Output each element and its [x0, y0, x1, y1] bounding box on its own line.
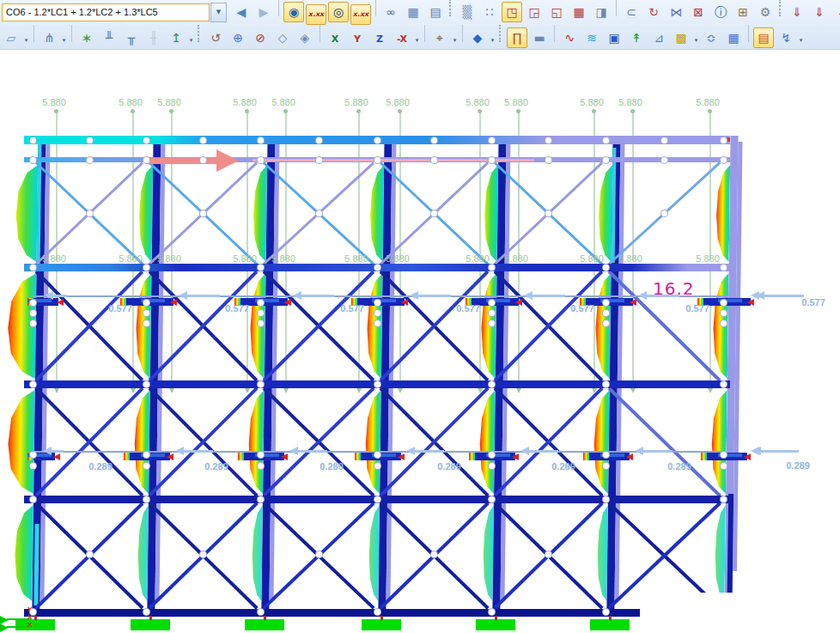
select-objects-icon[interactable]: ⊂: [621, 2, 642, 22]
display-numbering-icon[interactable]: ▤: [425, 2, 446, 22]
load-combination-combobox[interactable]: CO6 - 1.2*LC1 + 1.2*LC2 + 1.3*LC5 ▼: [2, 3, 227, 21]
result-tables-icon[interactable]: ▦: [723, 27, 744, 48]
combobox-dropdown-button[interactable]: ▼: [210, 3, 227, 22]
connect-members-icon[interactable]: ⋔: [39, 27, 59, 48]
grid-snap-icon[interactable]: ∷: [479, 2, 500, 22]
force-arrow-shaft: [184, 450, 213, 453]
rendering-mode-icon[interactable]: ◆: [467, 27, 488, 48]
node-dot: [489, 452, 495, 458]
node-dot: [30, 609, 36, 615]
orbit-view-icon[interactable]: ↺: [205, 27, 226, 48]
member-result-diagram-icon[interactable]: ∏: [507, 27, 527, 48]
toolbar-row-1: CO6 - 1.2*LC1 + 1.2*LC2 + 1.3*LC5 ▼ ◀▶◉x…: [0, 0, 840, 25]
results-on-surfaces-icon[interactable]: ≋: [581, 27, 602, 48]
select-nodes-icon[interactable]: ⊠: [688, 2, 709, 22]
dropdown-arrow-icon[interactable]: ▾: [692, 31, 700, 50]
force-arrow-shaft: [301, 295, 334, 297]
solid-display-icon[interactable]: ◈: [295, 27, 315, 48]
node-dot: [489, 137, 495, 143]
result-beam-icon[interactable]: ≎: [701, 27, 721, 48]
display-settings-icon[interactable]: ⊞: [733, 2, 753, 22]
transfer-loads-icon[interactable]: ↓: [831, 2, 840, 22]
toolbar-separator: [748, 25, 749, 42]
view-filter-glasses-icon[interactable]: ∞: [380, 2, 401, 22]
control-panel-icon[interactable]: ▤: [753, 27, 774, 48]
view-y-icon[interactable]: Y: [347, 28, 368, 49]
stress-contour-band: [247, 390, 265, 494]
support-reactions-icon[interactable]: ↟: [626, 27, 647, 48]
support-pad: [15, 619, 55, 630]
load-combination-field[interactable]: CO6 - 1.2*LC1 + 1.2*LC2 + 1.3*LC5: [2, 3, 210, 21]
options-icon[interactable]: ⚙: [755, 2, 776, 22]
new-member-icon[interactable]: ▱: [1, 27, 21, 48]
node-dot: [374, 463, 380, 469]
stub-contour: [355, 453, 361, 460]
clipping-plane-icon[interactable]: ◲: [524, 2, 545, 22]
load-generation-wizard-icon[interactable]: ↯: [776, 27, 796, 48]
model-info-icon[interactable]: ⓘ: [710, 3, 731, 23]
load-line: [285, 267, 287, 386]
node-dot: [661, 157, 667, 163]
adjust-view-icon[interactable]: ◨: [591, 2, 612, 22]
node-dot: [545, 157, 551, 163]
isometric-view-icon[interactable]: ⌖: [429, 27, 450, 48]
member-hinge-both-icon[interactable]: ╥: [121, 27, 142, 48]
insert-node-icon[interactable]: ∗: [76, 27, 97, 48]
show-result-values-icon[interactable]: x.xx: [306, 4, 326, 25]
node-dot: [316, 137, 322, 143]
node-dot: [603, 310, 609, 316]
dropdown-arrow-icon[interactable]: ▾: [22, 31, 30, 50]
zoom-out-icon[interactable]: ⊘: [250, 27, 271, 48]
export-load-cases-icon[interactable]: ⇓: [809, 2, 830, 22]
work-plane-icon[interactable]: ▒: [457, 2, 478, 22]
partial-view-icon[interactable]: ▦: [569, 2, 589, 22]
wireframe-display-icon[interactable]: ◇: [272, 27, 293, 48]
results-on-solids-icon[interactable]: ▣: [604, 27, 624, 48]
member-eccentricity-icon[interactable]: ↥: [166, 27, 186, 48]
zoom-window-icon-glyph: ⊕: [233, 31, 243, 45]
model-canvas[interactable]: ×××5.8805.8805.8805.8805.8805.8805.8805.…: [0, 0, 840, 633]
clipping-section-icon[interactable]: ◱: [546, 2, 567, 22]
deformed-columns-layer: [0, 0, 840, 633]
member-hinge-end-icon[interactable]: ╫: [143, 27, 164, 48]
rotate-view-icon[interactable]: ↻: [643, 2, 664, 22]
show-deformation-icon[interactable]: ◎: [328, 2, 349, 22]
view-z-icon[interactable]: Z: [369, 28, 390, 49]
load-value-label: 5.880: [575, 253, 609, 264]
zoom-window-icon[interactable]: ⊕: [228, 27, 248, 48]
show-max-values-icon[interactable]: x.xx: [350, 4, 371, 25]
result-panels-icon-glyph: ▩: [675, 31, 686, 45]
show-results-icon[interactable]: ◉: [283, 2, 304, 22]
result-panels-icon[interactable]: ▩: [671, 27, 691, 48]
load-value-label: 5.880: [152, 97, 186, 107]
isometric-view-icon-glyph: ⌖: [436, 31, 443, 46]
dropdown-arrow-icon[interactable]: ▾: [489, 31, 496, 50]
dropdown-arrow-icon[interactable]: ▾: [60, 31, 68, 50]
mirror-model-icon[interactable]: ⋈: [666, 2, 686, 22]
render-results-icon[interactable]: ▬: [529, 27, 550, 48]
dropdown-arrow-icon[interactable]: ▾: [797, 31, 805, 50]
import-load-cases-icon[interactable]: ⇓: [787, 2, 807, 22]
load-combination-value: CO6 - 1.2*LC1 + 1.2*LC2 + 1.3*LC5: [6, 7, 158, 17]
results-on-members-icon[interactable]: ∿: [559, 27, 580, 48]
node-dot: [489, 300, 495, 306]
load-value-label: 5.880: [228, 97, 262, 107]
smooth-results-icon[interactable]: ⊿: [648, 27, 669, 48]
red-tip-icon: [398, 453, 405, 460]
force-arrow-head: [293, 291, 301, 300]
show-result-values-icon-glyph: x.xx: [308, 10, 325, 18]
dropdown-arrow-icon[interactable]: ▾: [451, 31, 459, 50]
display-properties-icon[interactable]: ▦: [403, 2, 423, 22]
force-value-label: 0.289: [315, 461, 348, 472]
force-arrow-shaft: [52, 450, 64, 453]
dropdown-arrow-icon[interactable]: ▾: [187, 31, 195, 50]
previous-load-case-icon[interactable]: ◀: [231, 2, 252, 22]
dropdown-arrow-icon[interactable]: ▾: [413, 31, 421, 50]
next-load-case-icon[interactable]: ▶: [253, 2, 274, 22]
view-x-icon[interactable]: X: [325, 28, 345, 49]
load-value-label: 5.880: [37, 253, 71, 264]
load-value-label: 5.880: [460, 97, 495, 107]
member-hinge-start-icon[interactable]: ╨: [99, 27, 119, 48]
visibility-clipping-box-icon[interactable]: ◳: [502, 2, 522, 22]
view-minus-x-icon[interactable]: -X: [392, 28, 412, 49]
